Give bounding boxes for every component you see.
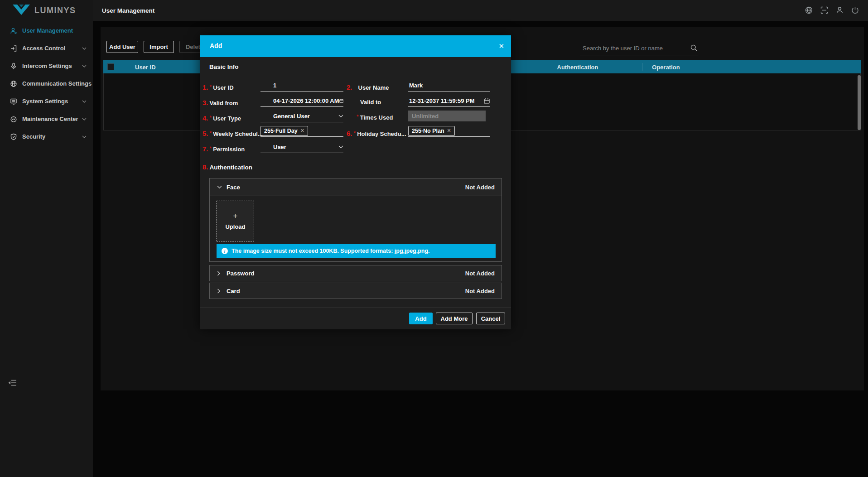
intercom-icon (10, 63, 17, 70)
import-button[interactable]: Import (144, 41, 174, 53)
sidebar-item-label: Access Control (22, 45, 65, 52)
annotation-number: 4. (203, 114, 208, 122)
sidebar-item-system-settings[interactable]: System Settings (0, 92, 93, 110)
modal-cancel-button[interactable]: Cancel (476, 313, 505, 324)
sidebar-item-maintenance-center[interactable]: Maintenance Center (0, 110, 93, 128)
times-used-input-disabled: Unlimited (408, 111, 486, 121)
sidebar-item-access-control[interactable]: Access Control (0, 39, 93, 57)
chevron-right-icon (217, 289, 221, 294)
calendar-icon[interactable] (484, 98, 490, 104)
weekly-schedule-field[interactable]: 255-Full Day ✕ (260, 125, 343, 137)
required-asterisk: * (210, 145, 212, 152)
luminys-logo-icon (13, 5, 30, 16)
chevron-down-icon (217, 185, 222, 189)
times-used-label: * Times Used (357, 114, 393, 121)
system-settings-icon (10, 98, 17, 105)
sidebar-item-label: User Management (22, 27, 73, 34)
chevron-down-icon (82, 100, 87, 103)
add-user-modal: Add ✕ Basic Info 1. * User ID 1 2. User … (200, 35, 511, 329)
brand-name: LUMINYS (34, 6, 76, 15)
search-placeholder: Search by the user ID or name (583, 45, 663, 52)
sidebar-item-user-management[interactable]: User Management (0, 22, 93, 39)
chevron-down-icon (82, 65, 87, 67)
permission-label: 7. * Permission (203, 145, 245, 153)
annotation-number: 1. (203, 83, 208, 91)
face-accordion-header[interactable]: Face Not Added (209, 178, 502, 196)
password-accordion-header[interactable]: Password Not Added (209, 265, 502, 281)
valid-to-label: Valid to (360, 99, 381, 106)
chevron-down-icon (82, 135, 87, 138)
communication-icon (10, 80, 17, 87)
holiday-schedule-tag: 255-No Plan ✕ (408, 126, 455, 136)
sidebar-item-label: Intercom Settings (22, 63, 72, 69)
upload-face-button[interactable]: + Upload (217, 201, 254, 241)
maintenance-icon (10, 116, 17, 123)
annotation-number: 3. (203, 99, 208, 106)
valid-from-input[interactable]: 04-17-2026 12:00:00 AM (260, 95, 343, 107)
screen-mode-icon[interactable] (820, 6, 828, 14)
annotation-number: 2. (347, 83, 352, 91)
valid-to-input[interactable]: 12-31-2037 11:59:59 PM (408, 95, 490, 107)
user-type-select[interactable]: General User (260, 111, 343, 122)
weekly-schedule-tag: 255-Full Day ✕ (260, 126, 308, 136)
sidebar-item-communication-settings[interactable]: Communication Settings (0, 75, 93, 92)
select-all-checkbox[interactable] (107, 63, 114, 70)
power-icon[interactable] (851, 6, 859, 14)
user-name-input[interactable]: Mark (408, 80, 490, 92)
sidebar: LUMINYS User Management Access Control (0, 0, 93, 477)
chevron-down-icon (82, 82, 87, 85)
sidebar-item-label: Communication Settings (22, 80, 92, 87)
annotation-number: 7. (203, 145, 208, 153)
table-scrollbar[interactable] (858, 75, 861, 130)
annotation-number: 8. (203, 163, 208, 171)
chevron-down-icon (82, 47, 87, 50)
remove-tag-icon[interactable]: ✕ (447, 128, 451, 134)
account-icon[interactable] (836, 6, 844, 14)
calendar-icon[interactable] (339, 98, 344, 104)
access-control-icon (10, 45, 17, 52)
weekly-schedule-label: 5. * Weekly Schedul... (203, 130, 263, 137)
chevron-down-icon (338, 145, 343, 149)
info-icon: i (222, 248, 228, 254)
basic-info-heading: Basic Info (209, 63, 239, 70)
add-user-button[interactable]: Add User (106, 41, 138, 53)
card-status: Not Added (465, 288, 495, 294)
valid-from-label: 3. Valid from (203, 99, 238, 106)
sidebar-nav: User Management Access Control Intercom … (0, 22, 93, 145)
chevron-down-icon (82, 118, 87, 120)
upload-info-banner: i The image size must not exceed 100KB. … (217, 244, 496, 258)
modal-footer-divider (200, 308, 511, 308)
sidebar-item-label: Maintenance Center (22, 116, 78, 122)
user-id-label: 1. * User ID (203, 83, 234, 91)
sidebar-item-intercom-settings[interactable]: Intercom Settings (0, 57, 93, 75)
holiday-schedule-label: 6. * Holiday Schedu... (347, 130, 406, 137)
modal-add-more-button[interactable]: Add More (436, 313, 473, 324)
permission-select[interactable]: User (260, 141, 343, 153)
sidebar-item-security[interactable]: Security (0, 128, 93, 145)
required-asterisk: * (210, 84, 212, 90)
user-management-icon (10, 27, 17, 34)
column-operation: Operation (643, 64, 689, 71)
close-icon[interactable]: ✕ (498, 42, 504, 51)
search-icon[interactable] (690, 44, 697, 51)
column-authentication: Authentication (555, 64, 600, 71)
topbar-icons (805, 6, 859, 14)
remove-tag-icon[interactable]: ✕ (300, 128, 304, 134)
password-status: Not Added (465, 270, 495, 277)
security-shield-icon (10, 133, 17, 140)
sidebar-item-label: System Settings (22, 98, 68, 105)
holiday-schedule-field[interactable]: 255-No Plan ✕ (408, 125, 490, 137)
search-field[interactable]: Search by the user ID or name (580, 42, 698, 56)
globe-icon[interactable] (805, 6, 813, 14)
annotation-number: 5. (203, 130, 208, 137)
app-window: LUMINYS User Management Access Control (0, 0, 868, 477)
collapse-sidebar-icon[interactable] (8, 379, 17, 387)
card-accordion-header[interactable]: Card Not Added (209, 283, 502, 299)
sidebar-item-label: Security (22, 133, 45, 140)
modal-add-button[interactable]: Add (409, 313, 433, 324)
required-asterisk: * (210, 130, 212, 136)
user-id-input[interactable]: 1 (260, 80, 343, 92)
required-asterisk: * (210, 115, 212, 121)
page-title: User Management (102, 7, 154, 14)
annotation-number: 6. (347, 130, 352, 137)
